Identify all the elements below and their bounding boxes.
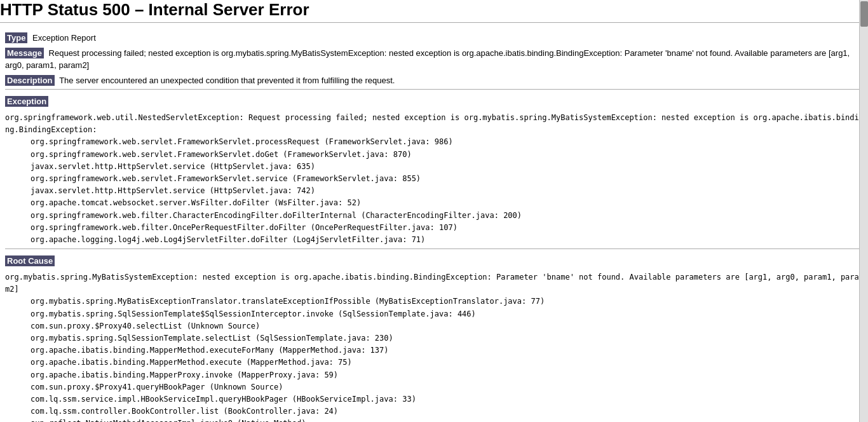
stack-line-item: org.apache.ibatis.binding.MapperProxy.in… — [5, 369, 863, 381]
stack-line-item: org.mybatis.spring.SqlSessionTemplate$Sq… — [5, 308, 863, 320]
stack-line-item: org.apache.ibatis.binding.MapperMethod.e… — [5, 344, 863, 357]
page-title: HTTP Status 500 – Internal Server Error — [0, 0, 868, 20]
error-content: Type Exception Report Message Request pr… — [0, 25, 868, 422]
stack-line-item: org.mybatis.spring.MyBatisExceptionTrans… — [5, 296, 863, 308]
stack-line-item: com.sun.proxy.$Proxy40.selectList (Unkno… — [5, 320, 863, 332]
stack-line-item: com.sun.proxy.$Proxy41.queryHBookPager (… — [5, 381, 863, 393]
stack-line-item: org.springframework.web.filter.OncePerRe… — [5, 222, 863, 234]
stack-line-item: org.springframework.web.filter.Character… — [5, 210, 863, 222]
description-row: Description The server encountered an un… — [5, 74, 863, 87]
exception-section: Exception org.springframework.web.util.N… — [5, 92, 863, 246]
message-row: Message Request processing failed; neste… — [5, 47, 863, 72]
type-row: Type Exception Report — [5, 32, 863, 44]
stack-line-item: org.apache.logging.log4j.web.Log4jServle… — [5, 234, 863, 246]
exception-heading: Exception — [5, 96, 48, 107]
message-label: Message — [5, 48, 44, 58]
message-value: Request processing failed; nested except… — [5, 48, 850, 71]
root-cause-block: org.mybatis.spring.MyBatisSystemExceptio… — [5, 271, 863, 422]
type-value: Exception Report — [32, 33, 96, 43]
stack-line-item: com.lq.ssm.service.impl.HBookServiceImpl… — [5, 393, 863, 405]
type-label: Type — [5, 32, 27, 43]
scrollbar-thumb[interactable] — [860, 1, 868, 27]
page-title-bar: HTTP Status 500 – Internal Server Error — [0, 0, 868, 20]
stack-line-item: org.mybatis.spring.SqlSessionTemplate.se… — [5, 332, 863, 344]
stack-line-item: org.springframework.web.servlet.Framewor… — [5, 149, 863, 161]
root-cause-stack: org.mybatis.spring.MyBatisExceptionTrans… — [5, 296, 863, 422]
stack-line-item: javax.servlet.http.HttpServlet.service (… — [5, 161, 863, 173]
scrollbar[interactable] — [859, 0, 868, 422]
stack-line-item: sun.reflect.NativeMethodAccessorImpl.inv… — [5, 418, 863, 422]
exception-stack: org.springframework.web.servlet.Framewor… — [5, 136, 863, 246]
root-cause-heading: Root Cause — [5, 255, 55, 266]
divider-top — [0, 22, 868, 23]
divider-rootcause — [5, 248, 863, 249]
stack-line-item: org.springframework.web.servlet.Framewor… — [5, 173, 863, 185]
divider-exception — [5, 89, 863, 90]
root-cause-section: Root Cause org.mybatis.spring.MyBatisSys… — [5, 252, 863, 422]
root-cause-main-line: org.mybatis.spring.MyBatisSystemExceptio… — [5, 273, 859, 294]
stack-line-item: com.lq.ssm.controller.BookController.lis… — [5, 405, 863, 418]
stack-line-item: org.springframework.web.servlet.Framewor… — [5, 136, 863, 148]
description-label: Description — [5, 75, 55, 86]
stack-line-item: org.apache.ibatis.binding.MapperMethod.e… — [5, 357, 863, 369]
exception-block: org.springframework.web.util.NestedServl… — [5, 112, 863, 246]
exception-main-line: org.springframework.web.util.NestedServl… — [5, 113, 859, 134]
stack-line-item: org.apache.tomcat.websocket.server.WsFil… — [5, 197, 863, 209]
description-value: The server encountered an unexpected con… — [59, 76, 395, 85]
stack-line-item: javax.servlet.http.HttpServlet.service (… — [5, 185, 863, 197]
